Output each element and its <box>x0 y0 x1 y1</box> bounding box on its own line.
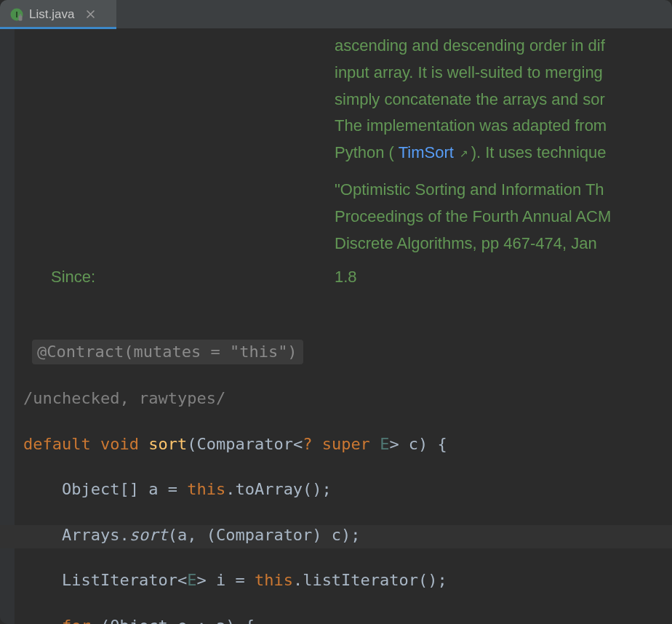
external-link-icon: ↗ <box>457 148 471 159</box>
javadoc-line: Python ( TimSort ↗ ). It uses technique <box>335 142 663 164</box>
javadoc-line: The implementation was adapted from <box>335 115 663 137</box>
code-block[interactable]: @Contract(mutates = "this") /unchecked, … <box>23 249 672 624</box>
svg-text:I: I <box>15 10 17 19</box>
editor-area[interactable]: ascending and descending order in dif in… <box>0 29 672 624</box>
tab-list-java[interactable]: I List.java <box>0 0 116 28</box>
close-icon[interactable] <box>84 9 96 20</box>
tab-label: List.java <box>29 7 74 22</box>
ide-window: I List.java ascending and descending ord… <box>0 0 672 624</box>
inlay-annotation: @Contract(mutates = "this") <box>32 340 303 364</box>
interface-icon: I <box>10 8 23 21</box>
javadoc-line: Proceedings of the Fourth Annual ACM <box>335 206 663 228</box>
javadoc-line: simply concatenate the arrays and sor <box>335 89 663 111</box>
javadoc-line: input array. It is well-suited to mergin… <box>335 62 663 84</box>
javadoc-line: ascending and descending order in dif <box>335 35 663 57</box>
method-name: sort <box>148 435 187 453</box>
javadoc-link-timsort[interactable]: TimSort <box>399 143 454 161</box>
javadoc-line: "Optimistic Sorting and Information Th <box>335 179 663 201</box>
tab-bar: I List.java <box>0 0 672 29</box>
folded-suppress[interactable]: /unchecked, rawtypes/ <box>23 389 225 407</box>
